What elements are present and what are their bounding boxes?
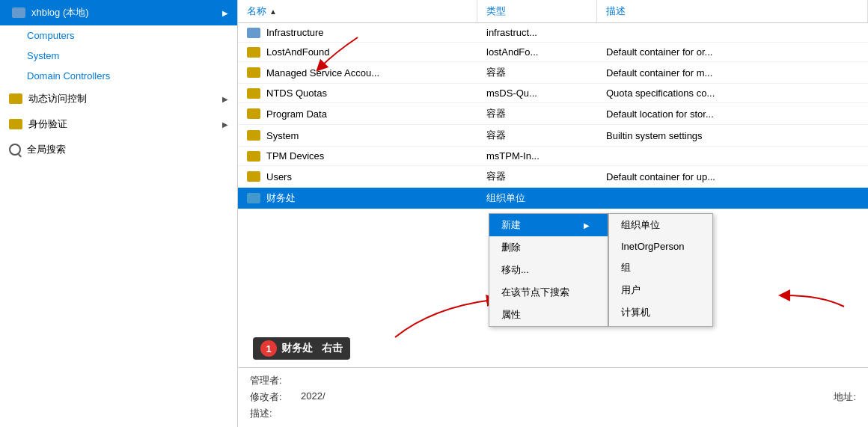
table-cell-desc bbox=[597, 153, 868, 160]
table-cell-type: lostAndFo... bbox=[477, 43, 597, 61]
table-row[interactable]: LostAndFound lostAndFo... Default contai… bbox=[238, 43, 868, 62]
submenu-arrow-icon: ▶ bbox=[584, 221, 590, 230]
sort-arrow-icon: ▲ bbox=[269, 7, 277, 16]
folder-icon bbox=[247, 88, 260, 99]
desc-label: 描述: bbox=[250, 407, 295, 420]
table-cell-desc: Default container for m... bbox=[597, 64, 868, 82]
table-row[interactable]: Users 容器 Default container for up... bbox=[238, 166, 868, 188]
context-menu-item-move[interactable]: 移动... bbox=[489, 259, 608, 281]
submenu-item-computer[interactable]: 计算机 bbox=[609, 301, 712, 324]
table-cell-desc: Default container for up... bbox=[597, 168, 868, 186]
chevron-right-icon: ▶ bbox=[222, 9, 228, 17]
context-menu-item-new[interactable]: 新建 ▶ bbox=[489, 214, 608, 236]
info-row-desc: 描述: bbox=[250, 405, 856, 422]
table-row[interactable]: System 容器 Builtin system settings bbox=[238, 125, 868, 147]
context-menu-container: 新建 ▶ 删除 移动... 在该节点下搜索 属性 组织单位 InetOrgPer… bbox=[489, 213, 713, 327]
info-row-modifier: 修改者: 2022/ 地址: bbox=[250, 389, 856, 405]
table-cell-name: Infrastructure bbox=[238, 23, 477, 42]
table-cell-name: LostAndFound bbox=[238, 43, 477, 61]
chevron-right-icon: ▶ bbox=[222, 120, 228, 129]
submenu-item-inetorgperson[interactable]: InetOrgPerson bbox=[609, 236, 712, 256]
manager-label: 管理者: bbox=[250, 374, 295, 387]
table-cell-name: TPM Devices bbox=[238, 147, 477, 165]
annotation-bubble-1: 1 财务处 右击 bbox=[253, 337, 350, 360]
context-menu: 新建 ▶ 删除 移动... 在该节点下搜索 属性 bbox=[489, 213, 608, 327]
sidebar-item-domain-controllers[interactable]: Domain Controllers bbox=[0, 66, 237, 86]
modifier-label: 修改者: bbox=[250, 390, 295, 404]
sub-context-menu: 组织单位 InetOrgPerson 组 用户 计算机 bbox=[608, 213, 713, 327]
chevron-right-icon: ▶ bbox=[222, 95, 228, 103]
sidebar-item-search[interactable]: 全局搜索 bbox=[0, 137, 237, 162]
sidebar-item-xhblog[interactable]: xhblog (本地) ▶ bbox=[0, 0, 237, 25]
search-icon bbox=[9, 144, 21, 156]
table-cell-desc: Quota specifications co... bbox=[597, 84, 868, 102]
context-menu-item-delete[interactable]: 删除 bbox=[489, 236, 608, 259]
sidebar-item-computers[interactable]: Computers bbox=[0, 25, 237, 46]
table-cell-type: 容器 bbox=[477, 166, 597, 187]
folder-icon bbox=[247, 28, 260, 38]
folder-icon bbox=[12, 7, 25, 18]
table-row[interactable]: 财务处 组织单位 bbox=[238, 188, 868, 209]
col-header-type[interactable]: 类型 bbox=[477, 0, 597, 22]
table-row[interactable]: Program Data 容器 Default location for sto… bbox=[238, 103, 868, 125]
submenu-item-group[interactable]: 组 bbox=[609, 256, 712, 279]
table-cell-type: 容器 bbox=[477, 103, 597, 124]
table-row[interactable]: TPM Devices msTPM-In... bbox=[238, 147, 868, 166]
sidebar-sub-label: Domain Controllers bbox=[27, 70, 110, 82]
folder-icon bbox=[9, 119, 22, 129]
annotation-text: 财务处 右击 bbox=[281, 342, 343, 355]
folder-icon bbox=[247, 47, 260, 58]
submenu-item-ou[interactable]: 组织单位 bbox=[609, 214, 712, 236]
sidebar-search-label: 全局搜索 bbox=[27, 143, 66, 156]
main-panel: 名称 ▲ 类型 描述 Infrastructure infrastruct...… bbox=[238, 0, 868, 427]
annotation-number: 1 bbox=[260, 340, 277, 357]
sidebar-section-label: 动态访问控制 bbox=[28, 92, 87, 105]
table-cell-type: msTPM-In... bbox=[477, 147, 597, 165]
table-header: 名称 ▲ 类型 描述 bbox=[238, 0, 868, 23]
sidebar-item-auth[interactable]: 身份验证 ▶ bbox=[0, 111, 237, 137]
folder-icon bbox=[247, 130, 260, 141]
table-row[interactable]: Infrastructure infrastruct... bbox=[238, 23, 868, 43]
col-header-desc[interactable]: 描述 bbox=[597, 0, 868, 22]
table-cell-name: Managed Service Accou... bbox=[238, 64, 477, 82]
table-cell-name: System bbox=[238, 126, 477, 145]
sidebar-section-label: 身份验证 bbox=[28, 117, 67, 131]
context-menu-item-search-node[interactable]: 在该节点下搜索 bbox=[489, 281, 608, 304]
table-cell-desc: Default location for stor... bbox=[597, 105, 868, 123]
table-row[interactable]: Managed Service Accou... 容器 Default cont… bbox=[238, 62, 868, 84]
sidebar-item-dynamic-access[interactable]: 动态访问控制 ▶ bbox=[0, 86, 237, 111]
sidebar-sub-label: System bbox=[27, 50, 59, 61]
address-label: 地址: bbox=[834, 390, 856, 404]
info-panel: 管理者: 修改者: 2022/ 地址: 描述: bbox=[238, 367, 868, 427]
folder-icon bbox=[247, 67, 260, 78]
table-cell-desc bbox=[597, 194, 868, 202]
folder-icon bbox=[247, 151, 260, 162]
table-cell-type: 组织单位 bbox=[477, 188, 597, 209]
table-cell-name: Users bbox=[238, 168, 477, 186]
table-cell-desc: Default container for or... bbox=[597, 43, 868, 61]
table-cell-type: msDS-Qu... bbox=[477, 84, 597, 102]
table-cell-type: infrastruct... bbox=[477, 23, 597, 42]
table-cell-desc: Builtin system settings bbox=[597, 126, 868, 145]
table-cell-type: 容器 bbox=[477, 62, 597, 83]
table-cell-name: 财务处 bbox=[238, 188, 477, 209]
folder-icon bbox=[247, 171, 260, 182]
info-row-manager: 管理者: bbox=[250, 372, 856, 389]
folder-icon bbox=[247, 193, 260, 203]
modifier-value: 2022/ bbox=[301, 390, 326, 404]
folder-icon bbox=[247, 108, 260, 119]
col-header-name[interactable]: 名称 ▲ bbox=[238, 0, 477, 22]
annotation-tooltip: 1 财务处 右击 bbox=[253, 337, 350, 360]
context-menu-item-properties[interactable]: 属性 bbox=[489, 304, 608, 326]
submenu-item-user[interactable]: 用户 bbox=[609, 279, 712, 301]
sidebar-sub-label: Computers bbox=[27, 30, 75, 41]
sidebar: xhblog (本地) ▶ Computers System Domain Co… bbox=[0, 0, 238, 427]
folder-icon bbox=[9, 93, 22, 104]
sidebar-item-system[interactable]: System bbox=[0, 46, 237, 66]
table-cell-name: Program Data bbox=[238, 105, 477, 123]
table-cell-desc bbox=[597, 29, 868, 37]
table-row[interactable]: NTDS Quotas msDS-Qu... Quota specificati… bbox=[238, 84, 868, 103]
table-cell-name: NTDS Quotas bbox=[238, 84, 477, 102]
table-cell-type: 容器 bbox=[477, 125, 597, 146]
sidebar-item-label: xhblog (本地) bbox=[31, 6, 89, 19]
